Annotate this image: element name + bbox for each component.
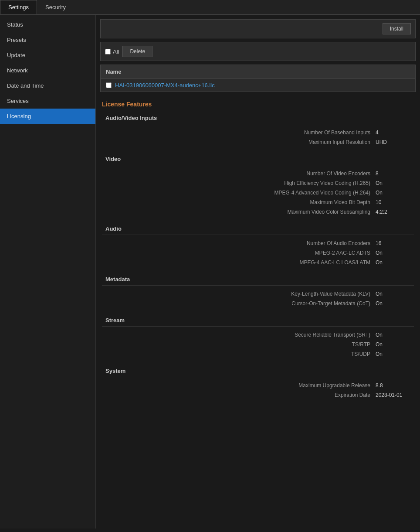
column-name: Name — [106, 68, 121, 75]
feature-value: 10 — [376, 199, 410, 205]
feature-label: Maximum Upgradable Release — [245, 382, 376, 389]
sidebar: Status Presets Update Network Date and T… — [0, 15, 96, 529]
main-content: Install All Delete Name HAI-031906060007… — [96, 15, 420, 529]
main-layout: Status Presets Update Network Date and T… — [0, 15, 420, 529]
feature-group-audio: Audio Number Of Audio Encoders 16 MPEG-2… — [102, 224, 414, 267]
feature-row: Cursor-On-Target Metadata (CoT) On — [102, 299, 414, 308]
install-button[interactable]: Install — [383, 23, 411, 34]
feature-value: On — [376, 341, 410, 348]
feature-row: TS/RTP On — [102, 340, 414, 349]
feature-row: MPEG-4 AAC-LC LOAS/LATM On — [102, 258, 414, 267]
feature-group-av-inputs: Audio/Video Inputs Number Of Baseband In… — [102, 113, 414, 147]
feature-value: On — [376, 259, 410, 266]
tab-security[interactable]: Security — [37, 0, 74, 14]
sidebar-item-update[interactable]: Update — [0, 48, 95, 63]
feature-label: Secure Reliable Transport (SRT) — [245, 332, 376, 338]
feature-value: On — [376, 300, 410, 307]
group-title-audio: Audio — [102, 224, 414, 235]
sidebar-item-network[interactable]: Network — [0, 63, 95, 78]
actions-bar: All Delete — [100, 42, 416, 61]
file-table: Name HAI-031906060007-MX4-audenc+16.lic — [100, 65, 416, 92]
feature-group-stream: Stream Secure Reliable Transport (SRT) O… — [102, 315, 414, 359]
feature-value: 16 — [376, 240, 410, 246]
sidebar-item-services[interactable]: Services — [0, 93, 95, 109]
feature-group-video: Video Number Of Video Encoders 8 High Ef… — [102, 154, 414, 217]
sidebar-item-presets[interactable]: Presets — [0, 32, 95, 48]
file-table-header: Name — [101, 65, 415, 79]
feature-label: TS/UDP — [245, 351, 376, 357]
feature-value: 2028-01-01 — [376, 392, 410, 398]
feature-label: Number Of Video Encoders — [245, 171, 376, 177]
feature-value: On — [376, 190, 410, 196]
feature-value: On — [376, 351, 410, 357]
feature-row: Number Of Audio Encoders 16 — [102, 239, 414, 248]
feature-row: Number Of Baseband Inputs 4 — [102, 128, 414, 137]
group-title-metadata: Metadata — [102, 274, 414, 286]
feature-label: Maximum Input Resolution — [245, 139, 376, 145]
feature-label: MPEG-4 Advanced Video Coding (H.264) — [245, 190, 376, 196]
license-features: License Features Audio/Video Inputs Numb… — [100, 97, 416, 410]
sidebar-item-status[interactable]: Status — [0, 17, 95, 32]
group-title-video: Video — [102, 154, 414, 165]
feature-value: 4:2:2 — [376, 209, 410, 215]
feature-row: MPEG-4 Advanced Video Coding (H.264) On — [102, 188, 414, 198]
group-title-stream: Stream — [102, 315, 414, 327]
group-title-system: System — [102, 366, 414, 377]
feature-label: Number Of Audio Encoders — [245, 240, 376, 246]
group-title-av-inputs: Audio/Video Inputs — [102, 113, 414, 124]
feature-row: Maximum Upgradable Release 8.8 — [102, 381, 414, 390]
file-link[interactable]: HAI-031906060007-MX4-audenc+16.lic — [115, 82, 215, 89]
feature-label: Expiration Date — [245, 392, 376, 398]
feature-label: Maximum Video Bit Depth — [245, 199, 376, 205]
feature-value: 8.8 — [376, 382, 410, 389]
all-checkbox-wrap: All — [105, 48, 119, 55]
feature-label: MPEG-4 AAC-LC LOAS/LATM — [245, 259, 376, 266]
feature-value: On — [376, 250, 410, 256]
feature-row: Maximum Video Color Subsampling 4:2:2 — [102, 207, 414, 217]
feature-row: Maximum Input Resolution UHD — [102, 137, 414, 147]
feature-group-metadata: Metadata Key-Length-Value Metadata (KLV)… — [102, 274, 414, 308]
feature-value: 4 — [376, 130, 410, 136]
feature-row: High Efficiency Video Coding (H.265) On — [102, 178, 414, 188]
feature-row: Key-Length-Value Metadata (KLV) On — [102, 289, 414, 299]
feature-row: TS/UDP On — [102, 349, 414, 359]
feature-label: Maximum Video Color Subsampling — [245, 209, 376, 215]
feature-value: On — [376, 291, 410, 297]
license-features-title: License Features — [102, 101, 414, 108]
feature-value: UHD — [376, 139, 410, 145]
feature-row: Secure Reliable Transport (SRT) On — [102, 330, 414, 340]
feature-row: Number Of Video Encoders 8 — [102, 169, 414, 178]
feature-value: On — [376, 332, 410, 338]
all-checkbox[interactable] — [105, 49, 111, 55]
feature-row: Maximum Video Bit Depth 10 — [102, 198, 414, 207]
table-row: HAI-031906060007-MX4-audenc+16.lic — [101, 79, 415, 92]
tab-settings[interactable]: Settings — [0, 0, 37, 14]
feature-label: Number Of Baseband Inputs — [245, 130, 376, 136]
feature-label: Cursor-On-Target Metadata (CoT) — [245, 300, 376, 307]
sidebar-item-licensing[interactable]: Licensing — [0, 109, 95, 124]
feature-row: MPEG-2 AAC-LC ADTS On — [102, 248, 414, 258]
top-tab-bar: Settings Security — [0, 0, 420, 15]
install-bar: Install — [100, 19, 416, 38]
feature-label: High Efficiency Video Coding (H.265) — [245, 180, 376, 186]
delete-button[interactable]: Delete — [122, 46, 152, 57]
feature-label: MPEG-2 AAC-LC ADTS — [245, 250, 376, 256]
feature-label: TS/RTP — [245, 341, 376, 348]
feature-group-system: System Maximum Upgradable Release 8.8 Ex… — [102, 366, 414, 400]
feature-value: On — [376, 180, 410, 186]
all-label: All — [113, 48, 119, 55]
sidebar-item-date-and-time[interactable]: Date and Time — [0, 78, 95, 93]
feature-label: Key-Length-Value Metadata (KLV) — [245, 291, 376, 297]
feature-value: 8 — [376, 171, 410, 177]
file-checkbox[interactable] — [106, 82, 112, 88]
feature-row: Expiration Date 2028-01-01 — [102, 390, 414, 400]
